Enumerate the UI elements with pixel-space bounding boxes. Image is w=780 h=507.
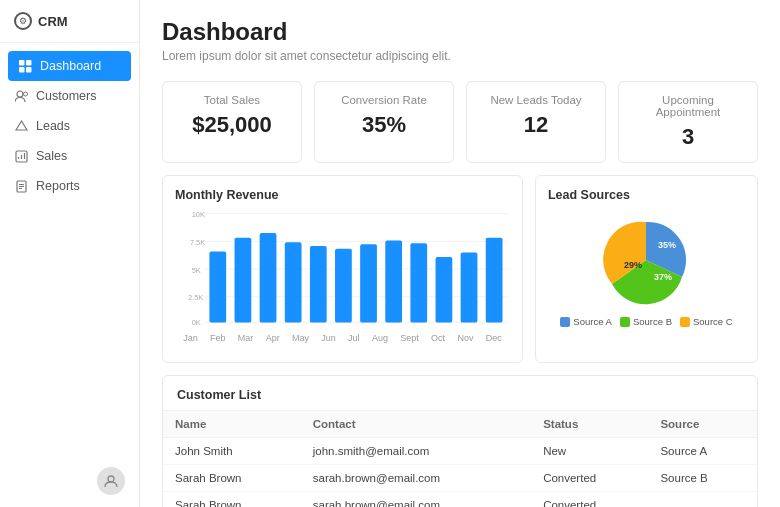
sidebar-label-reports: Reports [36, 179, 80, 193]
legend-label-c: Source C [693, 316, 733, 327]
stat-value-new-leads: 12 [483, 112, 589, 138]
sidebar-item-customers[interactable]: Customers [0, 81, 139, 111]
cell-name: John Smith [163, 438, 301, 465]
sidebar-label-customers: Customers [36, 89, 96, 103]
cell-status: New [531, 438, 648, 465]
cell-contact: sarah.brown@email.com [301, 492, 531, 508]
svg-rect-28 [260, 233, 277, 323]
stat-value-upcoming: 3 [635, 124, 741, 150]
app-logo: ⚙ CRM [0, 0, 139, 43]
pie-legend: Source A Source B Source C [560, 316, 732, 327]
svg-rect-3 [26, 67, 32, 73]
month-aug: Aug [372, 333, 388, 343]
svg-text:0K: 0K [192, 318, 201, 327]
svg-text:37%: 37% [654, 272, 672, 282]
svg-point-5 [23, 92, 27, 96]
svg-rect-37 [486, 238, 503, 323]
cell-name: Sarah Brown [163, 465, 301, 492]
cell-status: Converted [531, 492, 648, 508]
legend-dot-a [560, 317, 570, 327]
sidebar-label-leads: Leads [36, 119, 70, 133]
sidebar: ⚙ CRM Dashboard Custom [0, 0, 140, 507]
table-row: Sarah Brownsarah.brown@email.comConverte… [163, 465, 757, 492]
legend-label-a: Source A [573, 316, 612, 327]
main-content: Dashboard Lorem ipsum dolor sit amet con… [140, 0, 780, 507]
svg-text:5K: 5K [192, 266, 201, 275]
svg-point-4 [17, 91, 23, 97]
pie-chart-svg: 35% 37% 29% [586, 210, 706, 310]
col-contact: Contact [301, 411, 531, 438]
legend-dot-c [680, 317, 690, 327]
legend-label-b: Source B [633, 316, 672, 327]
svg-text:10K: 10K [192, 210, 205, 219]
logo-icon: ⚙ [14, 12, 32, 30]
legend-dot-b [620, 317, 630, 327]
monthly-revenue-card: Monthly Revenue 10K 7.5K 5K 2.5K 0K [162, 175, 523, 363]
user-avatar[interactable] [97, 467, 125, 495]
month-sept: Sept [400, 333, 419, 343]
stat-new-leads: New Leads Today 12 [466, 81, 606, 163]
pie-chart-title: Lead Sources [548, 188, 745, 202]
sidebar-item-sales[interactable]: Sales [0, 141, 139, 171]
month-apr: Apr [266, 333, 280, 343]
svg-rect-30 [310, 246, 327, 323]
legend-source-b: Source B [620, 316, 672, 327]
dashboard-icon [18, 59, 32, 73]
col-name: Name [163, 411, 301, 438]
svg-rect-33 [385, 240, 402, 322]
svg-rect-36 [461, 252, 478, 322]
stat-label-conversion-rate: Conversion Rate [331, 94, 437, 106]
month-nov: Nov [457, 333, 473, 343]
cell-contact: john.smith@email.com [301, 438, 531, 465]
sidebar-item-leads[interactable]: Leads [0, 111, 139, 141]
customer-table: Name Contact Status Source John Smithjoh… [163, 410, 757, 507]
svg-text:29%: 29% [624, 260, 642, 270]
svg-text:2.5K: 2.5K [188, 293, 203, 302]
svg-rect-27 [235, 238, 252, 323]
bar-chart-title: Monthly Revenue [175, 188, 510, 202]
month-jul: Jul [348, 333, 360, 343]
sidebar-label-sales: Sales [36, 149, 67, 163]
month-may: May [292, 333, 309, 343]
bar-chart-area: 10K 7.5K 5K 2.5K 0K [175, 210, 510, 350]
customers-icon [14, 89, 28, 103]
bar-chart-month-labels: Jan Feb Mar Apr May Jun Jul Aug Sept Oct… [175, 333, 510, 343]
stat-label-new-leads: New Leads Today [483, 94, 589, 106]
charts-row: Monthly Revenue 10K 7.5K 5K 2.5K 0K [140, 175, 780, 375]
svg-rect-29 [285, 242, 302, 322]
stat-total-sales: Total Sales $25,000 [162, 81, 302, 163]
svg-rect-32 [360, 244, 377, 322]
table-row: John Smithjohn.smith@email.comNewSource … [163, 438, 757, 465]
pie-area: 35% 37% 29% Source A Source B So [548, 210, 745, 327]
sidebar-item-reports[interactable]: Reports [0, 171, 139, 201]
sidebar-label-dashboard: Dashboard [40, 59, 101, 73]
app-name: CRM [38, 14, 68, 29]
page-title: Dashboard [162, 18, 758, 46]
svg-rect-35 [436, 257, 453, 323]
stat-value-conversion-rate: 35% [331, 112, 437, 138]
svg-rect-31 [335, 249, 352, 323]
svg-point-15 [108, 476, 114, 482]
cell-source: Source B [648, 465, 757, 492]
customer-list-card: Customer List Name Contact Status Source… [162, 375, 758, 507]
bar-chart-svg: 10K 7.5K 5K 2.5K 0K [175, 210, 510, 330]
lead-sources-card: Lead Sources 35% [535, 175, 758, 363]
svg-rect-0 [19, 60, 25, 66]
sidebar-item-dashboard[interactable]: Dashboard [8, 51, 131, 81]
customer-list-title: Customer List [163, 376, 757, 410]
leads-icon [14, 119, 28, 133]
svg-rect-34 [410, 243, 427, 322]
reports-icon [14, 179, 28, 193]
stats-row: Total Sales $25,000 Conversion Rate 35% … [140, 73, 780, 175]
stat-label-upcoming: Upcoming Appointment [635, 94, 741, 118]
cell-status: Converted [531, 465, 648, 492]
stat-upcoming-appointment: Upcoming Appointment 3 [618, 81, 758, 163]
col-source: Source [648, 411, 757, 438]
legend-source-c: Source C [680, 316, 733, 327]
month-dec: Dec [486, 333, 502, 343]
month-feb: Feb [210, 333, 226, 343]
legend-source-a: Source A [560, 316, 612, 327]
svg-text:35%: 35% [658, 240, 676, 250]
month-mar: Mar [238, 333, 254, 343]
page-header: Dashboard Lorem ipsum dolor sit amet con… [140, 0, 780, 73]
